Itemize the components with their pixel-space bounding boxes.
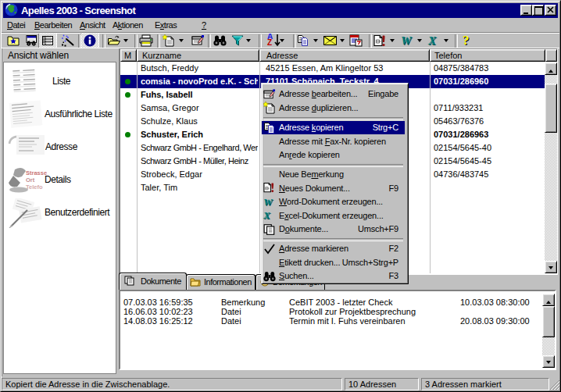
svg-text:Telefo: Telefo	[26, 184, 43, 191]
svg-text:Strasse: Strasse	[26, 169, 47, 176]
svg-text:Ort: Ort	[26, 176, 35, 184]
